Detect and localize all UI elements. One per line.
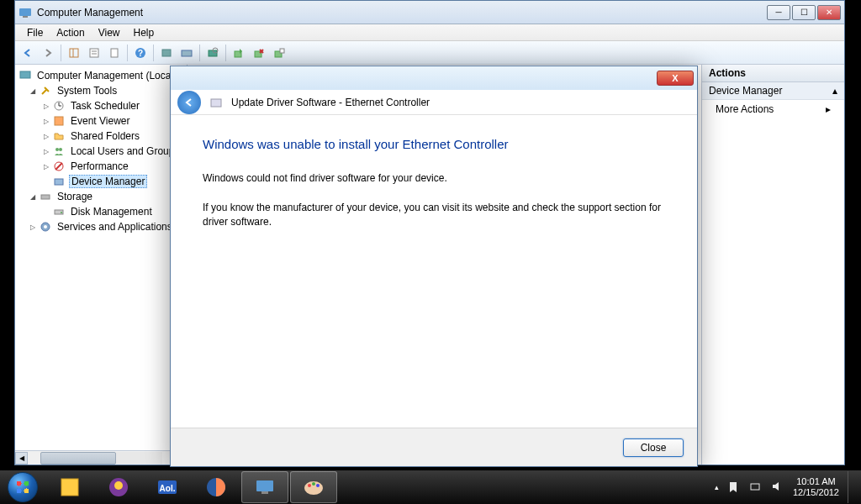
tree-device-manager[interactable]: Device Manager bbox=[15, 174, 187, 189]
app-icon bbox=[18, 6, 32, 19]
dialog-titlebar[interactable]: X bbox=[171, 66, 697, 90]
clock-icon bbox=[52, 99, 66, 113]
more-actions-label: More Actions bbox=[716, 103, 774, 115]
show-desktop-button[interactable] bbox=[848, 471, 854, 503]
expand-icon[interactable]: ◢ bbox=[30, 193, 39, 201]
svg-rect-20 bbox=[20, 71, 30, 78]
update-driver-dialog: X Update Driver Software - Ethernet Cont… bbox=[170, 66, 698, 467]
tree-pane[interactable]: Computer Management (Local) ◢ System Too… bbox=[15, 65, 188, 465]
book-icon bbox=[52, 114, 66, 128]
titlebar[interactable]: Computer Management ─ ☐ ✕ bbox=[15, 1, 844, 24]
close-button[interactable]: Close bbox=[623, 438, 684, 457]
toolbar-icon[interactable] bbox=[157, 44, 176, 62]
tree-scrollbar[interactable]: ◀ ▶ bbox=[15, 450, 188, 465]
svg-rect-43 bbox=[261, 491, 268, 494]
tree-disk-mgmt[interactable]: Disk Management bbox=[15, 204, 187, 219]
export-button[interactable] bbox=[105, 44, 124, 62]
menu-file[interactable]: File bbox=[20, 25, 50, 40]
expand-icon[interactable]: ▷ bbox=[44, 148, 52, 155]
svg-rect-24 bbox=[55, 117, 63, 125]
actions-pane: Actions Device Manager ▴ More Actions ▸ bbox=[701, 65, 844, 465]
actions-group[interactable]: Device Manager ▴ bbox=[702, 82, 844, 100]
svg-point-47 bbox=[316, 484, 320, 487]
task-aol[interactable]: Aol. bbox=[144, 471, 191, 503]
tree-label: Performance bbox=[69, 160, 130, 172]
dialog-text-1: Windows could not find driver software f… bbox=[203, 171, 665, 186]
svg-rect-36 bbox=[61, 479, 78, 496]
task-paint[interactable] bbox=[290, 471, 337, 503]
svg-rect-11 bbox=[182, 50, 192, 56]
tree-label: Services and Applications bbox=[55, 221, 174, 233]
uninstall-button[interactable] bbox=[250, 44, 268, 62]
svg-rect-0 bbox=[19, 8, 31, 16]
scrollbar-thumb[interactable] bbox=[40, 452, 116, 465]
volume-icon[interactable] bbox=[771, 480, 784, 494]
system-tray: ▴ 10:01 AM 12/15/2012 bbox=[708, 471, 861, 503]
task-firefox[interactable] bbox=[193, 471, 240, 503]
separator bbox=[199, 45, 200, 61]
tree-event-viewer[interactable]: ▷ Event Viewer bbox=[15, 113, 187, 129]
update-driver-button[interactable] bbox=[230, 44, 248, 62]
svg-rect-19 bbox=[280, 49, 284, 53]
task-messenger[interactable] bbox=[95, 471, 142, 503]
svg-point-32 bbox=[61, 212, 62, 213]
menu-help[interactable]: Help bbox=[127, 25, 161, 40]
start-button[interactable] bbox=[0, 470, 45, 504]
storage-icon bbox=[39, 190, 52, 203]
tree-performance[interactable]: ▷ Performance bbox=[15, 159, 187, 174]
menu-view[interactable]: View bbox=[92, 25, 127, 40]
disk-icon bbox=[52, 205, 66, 218]
disable-button[interactable] bbox=[270, 44, 288, 62]
expand-icon[interactable]: ▷ bbox=[44, 163, 52, 171]
dialog-close-button[interactable]: X bbox=[657, 71, 694, 86]
tree-storage[interactable]: ◢ Storage bbox=[15, 189, 187, 204]
properties-button[interactable] bbox=[85, 44, 103, 62]
task-computer-management[interactable] bbox=[241, 471, 288, 503]
expand-icon[interactable]: ◢ bbox=[30, 87, 39, 95]
tree-local-users[interactable]: ▷ Local Users and Groups bbox=[15, 144, 187, 159]
expand-icon[interactable]: ▷ bbox=[44, 133, 52, 140]
clock[interactable]: 10:01 AM 12/15/2012 bbox=[793, 476, 839, 498]
tree-label: System Tools bbox=[55, 85, 119, 97]
svg-rect-4 bbox=[90, 49, 98, 57]
tree-task-scheduler[interactable]: ▷ Task Scheduler bbox=[15, 98, 187, 113]
action-center-icon[interactable] bbox=[727, 480, 741, 494]
svg-point-45 bbox=[308, 484, 311, 487]
back-button[interactable] bbox=[18, 44, 37, 62]
svg-rect-1 bbox=[23, 16, 28, 18]
svg-point-25 bbox=[55, 148, 59, 151]
menu-action[interactable]: Action bbox=[50, 25, 91, 40]
tree-system-tools[interactable]: ◢ System Tools bbox=[15, 83, 187, 98]
window-title: Computer Management bbox=[37, 7, 767, 18]
collapse-icon[interactable]: ▴ bbox=[832, 85, 837, 97]
help-button[interactable]: ? bbox=[131, 44, 150, 62]
expand-icon[interactable]: ▷ bbox=[30, 223, 39, 231]
separator bbox=[153, 45, 154, 61]
task-sticky-notes[interactable] bbox=[46, 471, 93, 503]
more-actions[interactable]: More Actions ▸ bbox=[702, 100, 844, 118]
expand-icon[interactable]: ▷ bbox=[44, 102, 52, 110]
dialog-content: Windows was unable to install your Ether… bbox=[171, 115, 697, 428]
folder-icon bbox=[52, 129, 66, 143]
tree-shared-folders[interactable]: ▷ Shared Folders bbox=[15, 129, 187, 144]
show-hidden-icons[interactable]: ▴ bbox=[715, 483, 719, 491]
scan-hardware-button[interactable] bbox=[203, 44, 222, 62]
tree-root[interactable]: Computer Management (Local) bbox=[15, 68, 187, 83]
tree-services[interactable]: ▷ Services and Applications bbox=[15, 219, 187, 234]
device-icon bbox=[209, 96, 223, 109]
network-icon[interactable] bbox=[749, 480, 763, 494]
dialog-back-button[interactable] bbox=[177, 91, 201, 114]
close-button[interactable]: ✕ bbox=[817, 5, 841, 20]
maximize-button[interactable]: ☐ bbox=[792, 5, 816, 20]
forward-button[interactable] bbox=[39, 44, 57, 62]
services-icon bbox=[39, 220, 52, 234]
windows-orb-icon bbox=[8, 472, 38, 502]
show-hide-tree-button[interactable] bbox=[65, 44, 83, 62]
toolbar-icon[interactable] bbox=[177, 44, 196, 62]
separator bbox=[225, 45, 226, 61]
svg-rect-48 bbox=[751, 484, 759, 490]
expand-icon[interactable]: ▷ bbox=[44, 118, 52, 125]
svg-point-34 bbox=[44, 225, 47, 228]
tree-label: Storage bbox=[55, 191, 94, 202]
minimize-button[interactable]: ─ bbox=[767, 5, 790, 20]
